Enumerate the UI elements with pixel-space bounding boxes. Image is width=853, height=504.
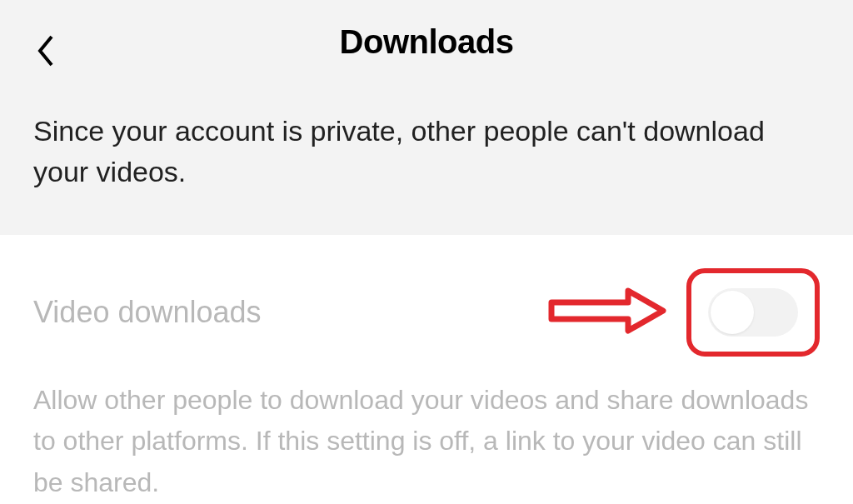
- video-downloads-title: Video downloads: [33, 295, 262, 330]
- back-icon[interactable]: [33, 33, 58, 72]
- toggle-knob: [711, 291, 754, 334]
- video-downloads-description: Allow other people to download your vide…: [33, 380, 820, 504]
- video-downloads-toggle[interactable]: [708, 288, 798, 337]
- video-downloads-row: Video downloads: [33, 268, 820, 357]
- settings-card: Video downloads Allow other people to do…: [0, 235, 853, 504]
- page-title: Downloads: [33, 23, 820, 61]
- toggle-highlight-box: [686, 268, 820, 357]
- header: Downloads: [0, 0, 853, 77]
- arrow-annotation: [545, 286, 670, 339]
- account-private-info: Since your account is private, other peo…: [0, 77, 853, 235]
- toggle-container: [686, 268, 820, 357]
